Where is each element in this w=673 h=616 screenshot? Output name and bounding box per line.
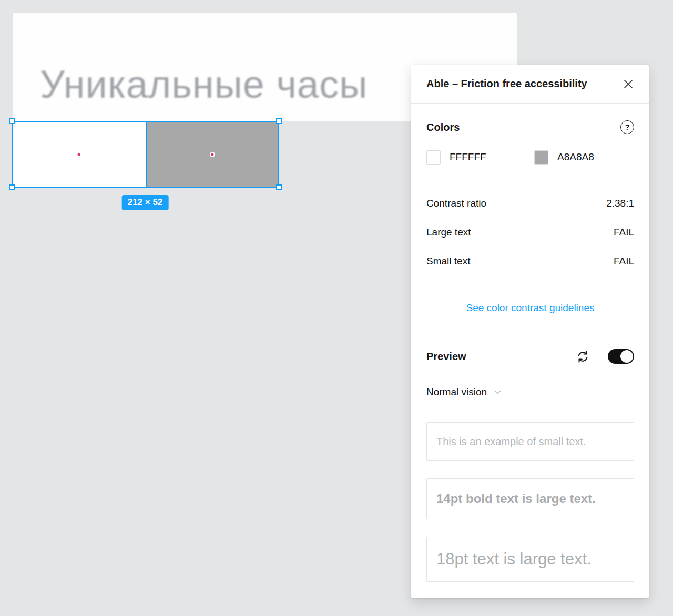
sample-text: This is an example of small text. [436,436,586,448]
large-text-preview-box: 18pt text is large text. [426,537,634,582]
preview-toggle[interactable] [608,349,634,364]
toggle-knob [620,350,633,363]
metric-value: FAIL [614,227,634,238]
sample-text: 18pt text is large text. [436,550,592,569]
metric-value: FAIL [614,255,634,267]
small-text-row: Small text FAIL [426,254,634,269]
section-divider [411,332,649,332]
metric-label: Contrast ratio [426,198,486,209]
large-text-row: Large text FAIL [426,225,634,240]
anchor-dot [78,153,80,156]
anchor-dot [211,153,213,156]
help-icon[interactable]: ? [620,120,634,134]
color-hex-label: A8A8A8 [557,151,594,163]
small-text-preview-box: This is an example of small text. [426,422,634,461]
plugin-title: Able – Friction free accessibility [426,78,587,90]
plugin-header: Able – Friction free accessibility [411,65,649,104]
swatch-foreground[interactable]: FFFFFF [426,150,486,165]
swap-colors-icon[interactable] [575,349,590,364]
bold-text-preview-box: 14pt bold text is large text. [426,478,634,519]
color-chip-gray[interactable] [534,150,548,165]
close-icon[interactable] [622,78,635,90]
selection-gray-rect[interactable] [146,122,279,187]
vision-dropdown[interactable]: Normal vision [426,385,634,399]
sample-text: 14pt bold text is large text. [436,491,596,506]
able-plugin-panel: Able – Friction free accessibility Color… [411,65,649,598]
selection-white-rect[interactable] [13,122,146,187]
canvas-heading-text[interactable]: Уникальные часы [40,64,368,106]
color-chip-white[interactable] [426,150,441,165]
resize-handle-top-left[interactable] [9,118,15,124]
color-hex-label: FFFFFF [450,151,486,163]
metric-label: Small text [426,255,470,267]
metric-value: 2.38:1 [606,198,634,209]
chevron-down-icon [494,389,502,395]
colors-heading: Colors [426,121,460,134]
vision-selected-value: Normal vision [426,386,487,398]
contrast-ratio-row: Contrast ratio 2.38:1 [426,196,634,211]
selected-color-strip[interactable] [12,121,279,188]
color-swatch-row: FFFFFF A8A8A8 [426,150,634,165]
resize-handle-bottom-left[interactable] [9,184,15,190]
preview-heading: Preview [426,351,466,363]
swatch-background[interactable]: A8A8A8 [534,150,594,165]
resize-handle-top-right[interactable] [276,118,282,124]
resize-handle-bottom-right[interactable] [276,184,282,190]
selection-size-badge: 212 × 52 [122,195,169,210]
metric-label: Large text [426,227,471,238]
contrast-guidelines-link[interactable]: See color contrast guidelines [466,302,595,314]
